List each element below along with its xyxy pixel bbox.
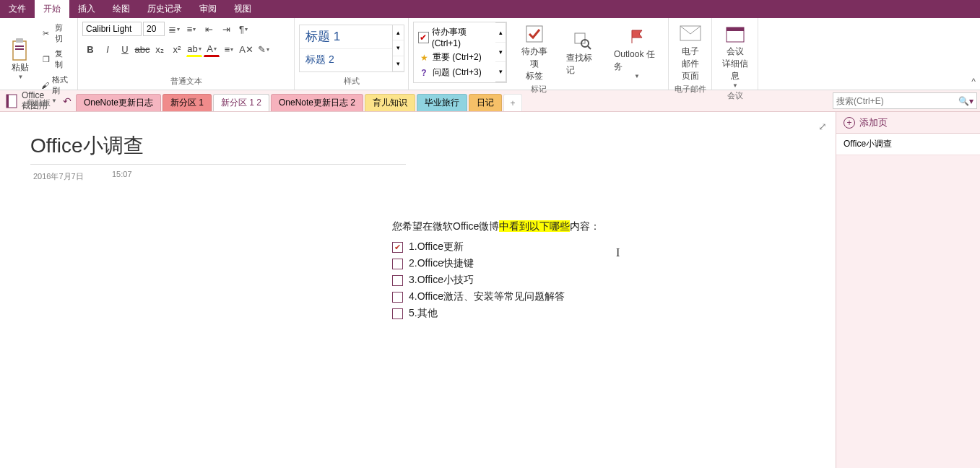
font-size-select[interactable] <box>143 22 165 36</box>
add-page-button[interactable]: + 添加页 <box>836 112 980 134</box>
chevron-more-icon[interactable]: ▾ <box>495 62 506 82</box>
copy-icon: ❐ <box>40 53 52 65</box>
bullets-button[interactable]: ≣▾ <box>166 21 182 37</box>
font-name-select[interactable] <box>82 22 142 36</box>
tab-draw[interactable]: 绘图 <box>104 0 139 18</box>
cut-button[interactable]: ✂剪切 <box>38 21 73 46</box>
survey-option[interactable]: 1.Office更新 <box>392 240 600 254</box>
add-section-button[interactable]: + <box>503 94 522 111</box>
indent-button[interactable]: ⇥ <box>218 21 234 37</box>
option-label: 4.Office激活、安装等常见问题解答 <box>409 290 565 303</box>
survey-question[interactable]: 您希望在微软Office微博中看到以下哪些内容： <box>392 220 600 233</box>
email-page-button[interactable]: 电子邮件 页面 <box>673 21 707 84</box>
question-icon: ? <box>418 67 430 79</box>
svg-rect-4 <box>526 26 542 42</box>
outdent-button[interactable]: ⇤ <box>201 21 217 37</box>
survey-option[interactable]: 5.其他 <box>392 307 600 320</box>
section-tab[interactable]: OneNote更新日志 <box>76 94 161 111</box>
search-icon[interactable]: 🔍▾ <box>958 96 974 106</box>
tab-history[interactable]: 历史记录 <box>139 0 191 18</box>
bold-button[interactable]: B <box>82 41 98 57</box>
tab-home[interactable]: 开始 <box>35 0 69 18</box>
todo-tag-button[interactable]: 待办事项 标签 <box>514 21 555 84</box>
find-tags-button[interactable]: 查找标记 <box>562 27 602 78</box>
section-tab[interactable]: 新分区 1 <box>162 94 212 111</box>
survey-option[interactable]: 3.Office小技巧 <box>392 274 600 287</box>
page-canvas[interactable]: ⤢ Office小调查 2016年7月7日 15:07 您希望在微软Office… <box>0 112 836 468</box>
italic-button[interactable]: I <box>100 41 116 57</box>
tab-insert[interactable]: 插入 <box>69 0 104 18</box>
copy-button[interactable]: ❐复制 <box>38 47 73 72</box>
brush-icon: 🖌 <box>40 79 49 91</box>
style-heading-1[interactable]: 标题 1 <box>300 25 392 49</box>
section-tab[interactable]: 新分区 1 2 <box>213 94 269 111</box>
paste-button[interactable]: 粘贴 ▼ <box>4 37 36 82</box>
checkbox[interactable] <box>392 242 403 253</box>
font-color-button[interactable]: A▾ <box>204 41 220 57</box>
underline-button[interactable]: U <box>117 41 133 57</box>
chevron-down-icon[interactable]: ▾ <box>495 43 506 62</box>
tag-question[interactable]: ?问题 (Ctrl+3) <box>417 66 493 79</box>
chevron-up-icon[interactable]: ▴ <box>495 23 506 43</box>
envelope-icon <box>679 22 702 46</box>
text-cursor-icon: I <box>616 246 620 259</box>
chevron-down-icon: ▼ <box>634 73 640 79</box>
search-tag-icon <box>571 29 594 52</box>
chevron-up-icon[interactable]: ▴ <box>393 25 404 40</box>
tags-scroll[interactable]: ▴ ▾ ▾ <box>495 22 506 82</box>
page-panel: + 添加页 Office小调查 <box>836 112 980 468</box>
scissors-icon: ✂ <box>40 27 52 39</box>
page-list-item[interactable]: Office小调查 <box>836 134 980 155</box>
expand-icon[interactable]: ⤢ <box>818 121 827 132</box>
styles-scroll[interactable]: ▴ ▾ ▾ <box>393 25 404 72</box>
search-box[interactable]: 🔍▾ <box>833 92 977 109</box>
tag-important[interactable]: ★重要 (Ctrl+2) <box>417 51 493 64</box>
group-styles: 标题 1 标题 2 ▴ ▾ ▾ 样式 <box>295 18 409 90</box>
styles-gallery[interactable]: 标题 1 标题 2 <box>299 25 393 72</box>
strike-button[interactable]: abc <box>134 41 150 57</box>
tab-view[interactable]: 视图 <box>225 0 260 18</box>
section-tab[interactable]: 育儿知识 <box>365 94 415 111</box>
tag-todo[interactable]: ✔待办事项 (Ctrl+1) <box>417 25 493 49</box>
tab-file[interactable]: 文件 <box>0 0 35 18</box>
superscript-button[interactable]: x² <box>169 41 185 57</box>
align-button[interactable]: ≡▾ <box>221 41 237 57</box>
svg-rect-1 <box>16 38 23 43</box>
group-basic-text: ≣▾ ≡▾ ⇤ ⇥ ¶▾ B I U abc x₂ x² ab▾ A▾ ≡▾ A… <box>78 18 295 90</box>
checkbox[interactable] <box>392 308 403 319</box>
survey-option[interactable]: 2.Office快捷键 <box>392 257 600 270</box>
svg-rect-0 <box>13 41 26 60</box>
outlook-tasks-button[interactable]: Outlook 任务 ▼ <box>610 24 664 81</box>
checkbox[interactable] <box>392 292 403 303</box>
svg-rect-5 <box>575 33 585 43</box>
group-tags: ✔待办事项 (Ctrl+1) ★重要 (Ctrl+2) ?问题 (Ctrl+3)… <box>409 18 669 90</box>
meeting-details-button[interactable]: 会议 详细信息 ▼ <box>716 21 753 90</box>
format-painter-button[interactable]: 🖌格式刷 <box>38 73 73 98</box>
paragraph-button[interactable]: ¶▾ <box>235 21 251 37</box>
section-tab[interactable]: 毕业旅行 <box>417 94 467 111</box>
search-input[interactable] <box>836 96 958 106</box>
survey-option[interactable]: 4.Office激活、安装等常见问题解答 <box>392 290 600 303</box>
chevron-down-icon[interactable]: ▾ <box>393 40 404 56</box>
page-title[interactable]: Office小调查 <box>30 132 406 165</box>
menu-tab-bar: 文件 开始 插入 绘图 历史记录 审阅 视图 <box>0 0 980 18</box>
option-label: 3.Office小技巧 <box>409 274 474 287</box>
styles-label: 样式 <box>299 76 404 88</box>
option-label: 1.Office更新 <box>409 240 464 254</box>
content-block[interactable]: 您希望在微软Office微博中看到以下哪些内容： 1.Office更新2.Off… <box>392 220 600 324</box>
svg-rect-3 <box>15 48 24 50</box>
tab-review[interactable]: 审阅 <box>191 0 225 18</box>
style-heading-2[interactable]: 标题 2 <box>300 49 392 72</box>
highlight-button[interactable]: ab▾ <box>186 41 202 57</box>
checkbox[interactable] <box>392 275 403 286</box>
section-tab[interactable]: 日记 <box>469 94 502 111</box>
subscript-button[interactable]: x₂ <box>152 41 168 57</box>
section-tab[interactable]: OneNote更新日志 2 <box>271 94 363 111</box>
format-button[interactable]: ✎▾ <box>256 41 272 57</box>
ribbon-collapse-button[interactable]: ^ <box>971 77 976 87</box>
numbering-button[interactable]: ≡▾ <box>183 21 199 37</box>
chevron-more-icon[interactable]: ▾ <box>393 56 404 72</box>
svg-line-7 <box>588 46 591 49</box>
clear-format-button[interactable]: A✕ <box>238 41 254 57</box>
checkbox[interactable] <box>392 259 403 269</box>
